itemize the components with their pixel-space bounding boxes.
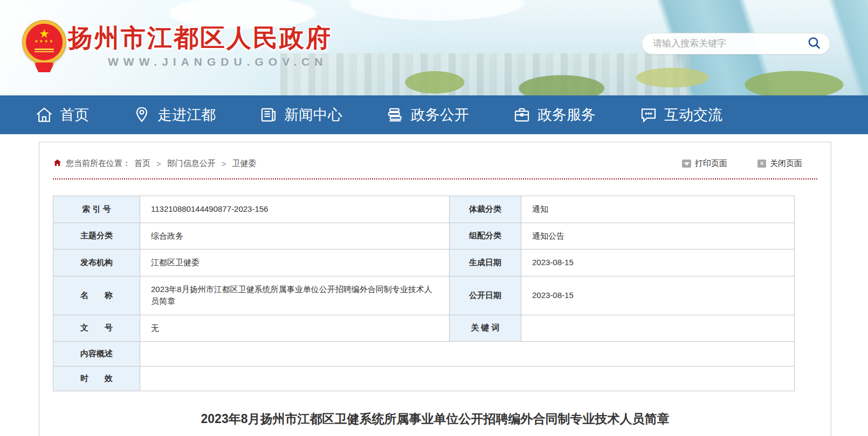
meta-value-group: 通知公告 (521, 223, 795, 250)
search-icon (807, 36, 821, 52)
meta-value-genre: 通知 (521, 196, 795, 223)
meta-label-summary: 内容概述 (53, 342, 140, 366)
meta-label-group: 组配分类 (450, 223, 521, 250)
table-row: 发布机构 江都区卫健委 生成日期 2023-08-15 (53, 250, 795, 276)
nav-label-about: 走进江都 (157, 105, 216, 124)
breadcrumb-divider (53, 178, 817, 179)
search-button[interactable] (806, 36, 822, 52)
national-emblem: ★ ★★★★ (23, 20, 66, 77)
meta-label-genre: 体裁分类 (450, 196, 521, 223)
meta-label-name: 名 称 (53, 276, 140, 315)
chat-icon (639, 105, 658, 124)
meta-label-doc-number: 文 号 (53, 315, 140, 342)
breadcrumb-item-dept-info[interactable]: 部门信息公开 (167, 158, 216, 169)
close-icon: ✕ (757, 160, 766, 168)
emblem-gate (35, 49, 54, 54)
print-page-button[interactable]: 打印页面 (682, 158, 727, 169)
table-row: 索 引 号 113210880144490877-2023-156 体裁分类 通… (53, 196, 795, 223)
meta-value-publisher: 江都区卫健委 (140, 250, 450, 276)
home-icon (35, 105, 54, 124)
site-header: ★ ★★★★ 扬州市江都区人民政府 WWW.JIANGDU.GOV.CN (0, 0, 868, 95)
meta-label-index: 索 引 号 (53, 196, 140, 223)
print-page-label: 打印页面 (695, 158, 727, 169)
meta-value-created-date: 2023-08-15 (521, 250, 795, 276)
search-box[interactable] (642, 33, 830, 54)
document-meta-table: 索 引 号 113210880144490877-2023-156 体裁分类 通… (53, 196, 795, 391)
meta-label-open-date: 公开日期 (450, 276, 521, 315)
meta-label-subject: 主题分类 (53, 223, 140, 250)
breadcrumb-prefix: 您当前所在位置： (66, 158, 130, 169)
close-page-label: 关闭页面 (770, 158, 802, 169)
meta-label-publisher: 发布机构 (53, 250, 140, 276)
nav-label-interaction: 互动交流 (664, 105, 722, 124)
meta-label-created-date: 生成日期 (450, 250, 521, 276)
emblem-small-stars: ★★★★ (35, 39, 54, 44)
nav-label-services: 政务服务 (538, 105, 596, 124)
meta-value-validity (140, 366, 795, 391)
site-url: WWW.JIANGDU.GOV.CN (108, 56, 327, 68)
nav-item-home[interactable]: 首页 (35, 105, 89, 124)
breadcrumb: 您当前所在位置： 首页 > 部门信息公开 > 卫健委 打印页面 ✕ 关闭页面 (53, 158, 817, 169)
meta-value-summary (140, 342, 795, 366)
meta-value-open-date: 2023-08-15 (521, 276, 795, 315)
table-row: 内容概述 (53, 342, 795, 366)
meta-value-subject: 综合政务 (140, 223, 450, 250)
emblem-star-icon: ★ (39, 28, 50, 40)
main-nav: 首页 走进江都 新闻中心 政务公开 (0, 95, 868, 134)
breadcrumb-separator: > (222, 159, 226, 168)
nav-item-news[interactable]: 新闻中心 (259, 105, 342, 124)
breadcrumb-item-home[interactable]: 首页 (134, 158, 150, 169)
nav-label-news: 新闻中心 (284, 105, 342, 124)
meta-label-validity: 时 效 (53, 366, 140, 391)
nav-item-disclosure[interactable]: 政务公开 (385, 105, 469, 124)
table-row: 文 号 无 关 键 词 (53, 315, 795, 342)
meta-label-keyword: 关 键 词 (450, 315, 521, 342)
close-page-button[interactable]: ✕ 关闭页面 (757, 158, 802, 169)
content-card: 您当前所在位置： 首页 > 部门信息公开 > 卫健委 打印页面 ✕ 关闭页面 (39, 142, 831, 436)
article-title: 2023年8月扬州市江都区卫健系统所属事业单位公开招聘编外合同制专业技术人员简章 (53, 411, 817, 427)
nav-item-about[interactable]: 走进江都 (132, 105, 216, 124)
table-row: 主题分类 综合政务 组配分类 通知公告 (53, 223, 795, 250)
meta-value-name: 2023年8月扬州市江都区卫健系统所属事业单位公开招聘编外合同制专业技术人员简章 (140, 276, 450, 315)
breadcrumb-item-health-commission[interactable]: 卫健委 (232, 158, 257, 169)
meta-value-doc-number: 无 (140, 315, 450, 342)
briefcase-icon (512, 105, 532, 124)
search-input[interactable] (653, 38, 806, 49)
newspaper-icon (259, 105, 278, 124)
table-row: 名 称 2023年8月扬州市江都区卫健系统所属事业单位公开招聘编外合同制专业技术… (53, 276, 795, 315)
nav-label-disclosure: 政务公开 (411, 105, 469, 124)
meta-value-keyword (521, 315, 795, 342)
site-title: 扬州市江都区人民政府 (68, 22, 332, 55)
emblem-ribbon (34, 63, 54, 72)
nav-label-home: 首页 (60, 105, 89, 124)
print-icon (682, 160, 691, 168)
breadcrumb-home-icon (53, 158, 62, 169)
table-row: 时 效 (53, 366, 795, 391)
nav-item-services[interactable]: 政务服务 (512, 105, 596, 124)
meta-value-index: 113210880144490877-2023-156 (140, 196, 450, 223)
map-pin-icon (132, 105, 151, 124)
books-icon (385, 105, 405, 124)
breadcrumb-separator: > (156, 159, 161, 168)
nav-item-interaction[interactable]: 互动交流 (639, 105, 722, 124)
